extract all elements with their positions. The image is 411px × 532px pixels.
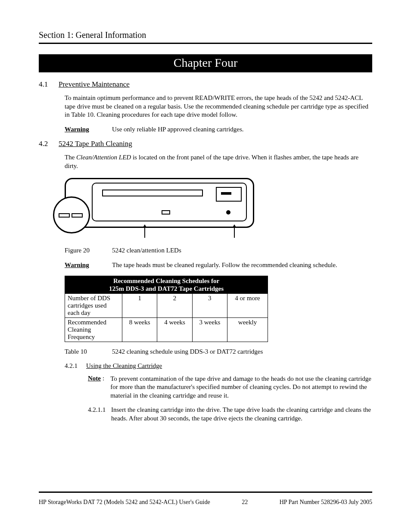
body-4-2-em: Clean/Attention LED	[76, 154, 131, 161]
figure-caption-text: 5242 clean/attention LEDs	[112, 247, 181, 254]
zoom-slit-icon	[72, 213, 83, 218]
footer-left: HP StorageWorks DAT 72 (Models 5242 and …	[39, 499, 210, 506]
table-10-caption: Table 105242 cleaning schedule using DDS…	[65, 348, 372, 355]
warning-label: Warning	[65, 125, 112, 134]
cell: weekly	[227, 317, 268, 342]
header-rule	[39, 43, 372, 44]
cell: 4 weeks	[157, 317, 192, 342]
footer-right: HP Part Number 528296-03 July 2005	[280, 499, 372, 506]
warning-label: Warning	[65, 261, 112, 270]
heading-4-2-title: 5242 Tape Path Cleaning	[59, 140, 132, 148]
warning-text: Use only reliable HP approved cleaning c…	[112, 126, 244, 133]
note-block: Note: To prevent contamination of the ta…	[88, 375, 372, 400]
step-text: Insert the cleaning cartridge into the d…	[111, 406, 372, 423]
note-text: To prevent contamination of the tape dri…	[110, 375, 372, 400]
heading-4-1-num: 4.1	[39, 80, 59, 89]
heading-4-2-num: 4.2	[39, 140, 59, 148]
arrow-icon	[144, 225, 145, 238]
figure-number: Figure 20	[65, 247, 112, 254]
arrow-icon	[234, 225, 235, 238]
figure-20	[65, 178, 254, 228]
cartridge-slot-icon	[102, 190, 203, 196]
cell: 2	[157, 293, 192, 317]
table-row: Number of DDS cartridges used each day 1…	[65, 293, 268, 317]
heading-4-2-1-num: 4.2.1	[65, 362, 86, 370]
cell: 3	[192, 293, 227, 317]
section-header: Section 1: General Information	[39, 30, 372, 40]
warning-text: The tape heads must be cleaned regularly…	[112, 261, 337, 268]
cell: 3 weeks	[192, 317, 227, 342]
row-label: Recommended Cleaning Frequency	[65, 317, 122, 342]
footer-page: 22	[242, 499, 248, 506]
row-label: Number of DDS cartridges used each day	[65, 293, 122, 317]
table-10: Recommended Cleaning Schedules for 125m …	[65, 276, 268, 342]
body-4-2: The Clean/Attention LED is located on th…	[65, 153, 372, 170]
cell: 4 or more	[227, 293, 268, 317]
heading-4-2-1-title: Using the Cleaning Cartridge	[86, 362, 162, 369]
table-number: Table 10	[65, 348, 112, 355]
table-10-header: Recommended Cleaning Schedules for 125m …	[65, 276, 268, 293]
heading-4-1: 4.1Preventive Maintenance	[39, 80, 372, 89]
attention-led-icon	[226, 210, 230, 215]
clean-led-icon	[162, 210, 170, 215]
warning-4-1: WarningUse only reliable HP approved cle…	[65, 125, 372, 134]
zoom-slit-icon	[59, 213, 70, 218]
note-colon: :	[103, 375, 104, 400]
figure-20-caption: Figure 205242 clean/attention LEDs	[65, 247, 372, 254]
heading-4-1-title: Preventive Maintenance	[59, 80, 130, 88]
table-row: Recommended Cleaning Frequency 8 weeks 4…	[65, 317, 268, 342]
body-4-1: To maintain optimum performance and to p…	[65, 94, 372, 119]
heading-4-2-1: 4.2.1Using the Cleaning Cartridge	[65, 362, 372, 370]
footer-rule	[39, 492, 372, 493]
cell: 8 weeks	[122, 317, 157, 342]
table-caption-text: 5242 cleaning schedule using DDS-3 or DA…	[112, 348, 263, 355]
warning-4-2: WarningThe tape heads must be cleaned re…	[65, 261, 372, 270]
zoom-circle-icon	[53, 196, 90, 233]
heading-4-2: 4.25242 Tape Path Cleaning	[39, 140, 372, 148]
note-label: Note	[88, 375, 101, 400]
page-footer: HP StorageWorks DAT 72 (Models 5242 and …	[39, 499, 372, 506]
step-4-2-1-1: 4.2.1.1 Insert the cleaning cartridge in…	[88, 406, 372, 423]
cell: 1	[122, 293, 157, 317]
front-panel	[92, 183, 247, 221]
tape-drive-diagram	[65, 178, 254, 228]
display-icon	[216, 187, 242, 202]
chapter-title-bar: Chapter Four	[39, 54, 372, 72]
step-number: 4.2.1.1	[88, 406, 111, 423]
body-4-2-pre: The	[65, 154, 76, 161]
